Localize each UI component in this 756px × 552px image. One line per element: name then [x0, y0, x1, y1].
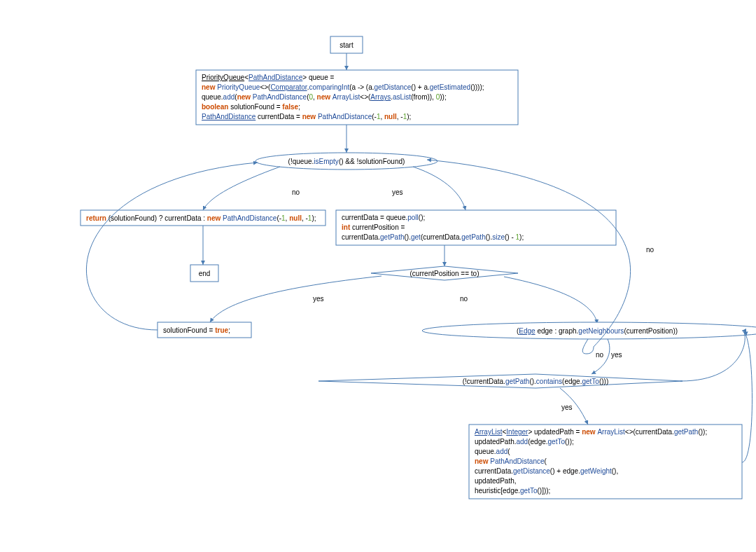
init-line4: boolean solutionFound = false; — [202, 103, 300, 111]
edge-label-no-1: no — [292, 188, 300, 196]
atgoal-text: (currentPosition == to) — [410, 270, 479, 277]
start-label: start — [340, 41, 354, 49]
flowchart-diagram: start PriorityQueue<PathAndDistance> que… — [0, 0, 756, 552]
edge-label-yes-1: yes — [392, 188, 403, 196]
enq-line7: heuristic[edge.getTo()])); — [475, 487, 550, 495]
foredges-text: (Edge edge : graph.getNeighbours(current… — [517, 327, 678, 335]
end-label: end — [199, 270, 211, 277]
setfound-text: solutionFound = true; — [163, 326, 230, 334]
enq-line3: queue.add( — [475, 448, 510, 455]
init-line1: PriorityQueue<PathAndDistance> queue = — [202, 74, 334, 81]
enq-line6: updatedPath, — [475, 477, 517, 485]
init-line2: new PriorityQueue<>(Comparator.comparing… — [202, 83, 484, 91]
notvisited-text: (!currentData.getPath().contains(edge.ge… — [463, 378, 608, 385]
edge-label-yes-2: yes — [313, 295, 324, 303]
edge-label-no-2: no — [460, 295, 468, 303]
init-line5: PathAndDistance currentData = new PathAn… — [202, 113, 411, 120]
enq-line5: currentData.getDistance() + edge.getWeig… — [475, 467, 618, 475]
loop-cond-text: (!queue.isEmpty() && !solutionFound) — [288, 158, 405, 165]
enq-line4: new PathAndDistance( — [475, 457, 547, 465]
enq-line2: updatedPath.add(edge.getTo()); — [475, 438, 574, 446]
edge-label-yes-4: yes — [561, 403, 573, 411]
init-line3: queue.add(new PathAndDistance(0, new Arr… — [202, 93, 447, 101]
edge-label-yes-3: yes — [611, 351, 622, 359]
edge-label-no-3: no — [596, 351, 604, 359]
edge-label-no-3b: no — [646, 246, 654, 254]
enq-line1: ArrayList<Integer> updatedPath = new Arr… — [475, 428, 707, 436]
poll-line3: currentData.getPath().get(currentData.ge… — [342, 233, 524, 241]
poll-line1: currentData = queue.poll(); — [342, 214, 425, 221]
return-text: return (solutionFound) ? currentData : n… — [86, 214, 316, 222]
poll-line2: int currentPosition = — [342, 223, 405, 231]
